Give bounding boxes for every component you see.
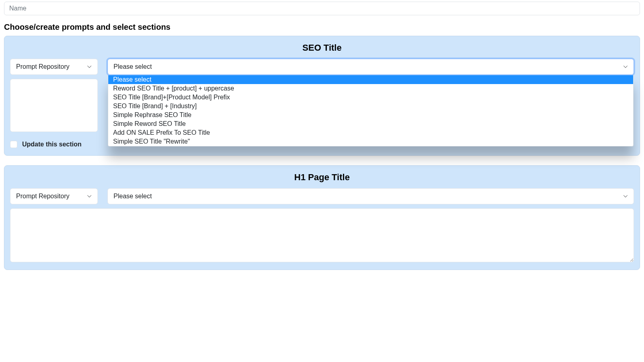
chevron-down-icon bbox=[87, 194, 92, 199]
update-section-checkbox-seo[interactable] bbox=[10, 141, 17, 148]
seo-option-please-select[interactable]: Please select bbox=[108, 75, 633, 84]
prompt-repository-select-seo[interactable]: Prompt Repository bbox=[10, 59, 98, 75]
name-input[interactable] bbox=[4, 2, 640, 15]
seo-option-1[interactable]: Reword SEO Title + [product] + uppercase bbox=[108, 84, 633, 93]
seo-prompt-selected-value: Please select bbox=[114, 63, 152, 70]
h1-prompt-select[interactable]: Please select bbox=[107, 188, 634, 204]
seo-prompt-select[interactable]: Please select Please select Reword SEO T… bbox=[107, 59, 634, 75]
prompt-repository-label: Prompt Repository bbox=[16, 193, 70, 200]
seo-option-4[interactable]: Simple Rephrase SEO Title bbox=[108, 111, 633, 119]
prompts-heading: Choose/create prompts and select section… bbox=[4, 23, 640, 32]
seo-option-6[interactable]: Add ON SALE Prefix To SEO Title bbox=[108, 128, 633, 137]
seo-option-3[interactable]: SEO Title [Brand] + [Industry] bbox=[108, 102, 633, 111]
seo-title-card: SEO Title Prompt Repository Please selec… bbox=[4, 36, 640, 156]
h1-prompt-textarea[interactable] bbox=[10, 208, 634, 262]
prompt-repository-select-h1[interactable]: Prompt Repository bbox=[10, 188, 98, 204]
prompt-repository-label: Prompt Repository bbox=[16, 63, 70, 70]
seo-prompt-textarea[interactable] bbox=[10, 79, 98, 132]
seo-option-7[interactable]: Simple SEO Title "Rewrite" bbox=[108, 137, 633, 146]
update-section-label: Update this section bbox=[22, 141, 82, 148]
chevron-down-icon bbox=[623, 64, 628, 69]
chevron-down-icon bbox=[623, 194, 628, 199]
h1-prompt-selected-value: Please select bbox=[114, 193, 152, 200]
chevron-down-icon bbox=[87, 64, 92, 69]
h1-title-label: H1 Page Title bbox=[4, 166, 640, 188]
seo-option-5[interactable]: Simple Reword SEO Title bbox=[108, 119, 633, 128]
seo-prompt-dropdown: Please select Reword SEO Title + [produc… bbox=[108, 75, 634, 146]
seo-option-2[interactable]: SEO Title [Brand]+[Product Model] Prefix bbox=[108, 93, 633, 102]
seo-title-label: SEO Title bbox=[4, 36, 640, 59]
h1-title-card: H1 Page Title Prompt Repository Please s… bbox=[4, 165, 640, 270]
